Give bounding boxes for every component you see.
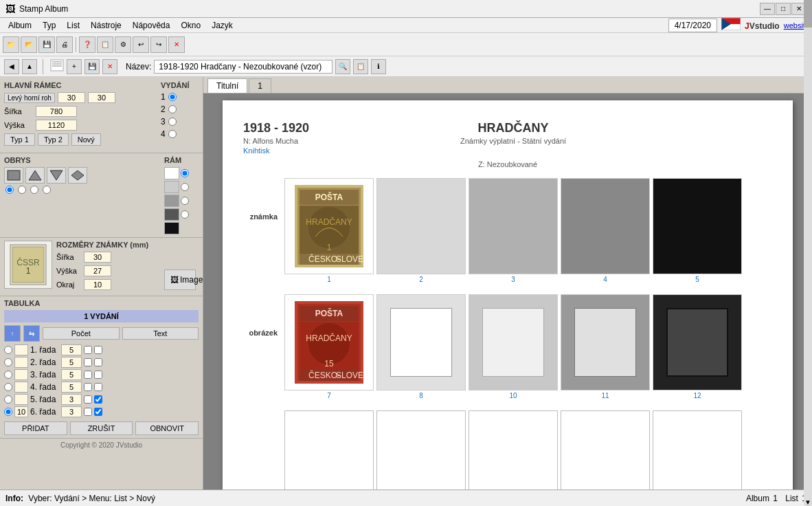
trow-check1-5[interactable]	[84, 395, 92, 404]
tab-1[interactable]: 1	[249, 78, 271, 93]
pridat-btn[interactable]: PŘIDAT	[4, 421, 67, 435]
text-btn[interactable]: Text	[122, 327, 199, 340]
trow-check1-3[interactable]	[84, 371, 92, 379]
menu-typ[interactable]: Typ	[37, 19, 61, 32]
tb-delete-btn[interactable]: ✕	[168, 36, 185, 53]
vydani-radio-2[interactable]	[168, 105, 177, 113]
ram-color-white[interactable]	[164, 167, 179, 179]
tabulka-swap-btn[interactable]: ⇆	[23, 325, 40, 342]
trow-input1-3[interactable]	[14, 369, 28, 380]
trow-num-2[interactable]	[61, 357, 82, 368]
trow-check1-1[interactable]	[84, 346, 92, 354]
trow-num-4[interactable]	[61, 382, 82, 393]
obrys-radio-3[interactable]	[30, 186, 38, 194]
trow-check1-4[interactable]	[84, 383, 92, 391]
rozm-okraj-input[interactable]	[84, 279, 111, 290]
novy-btn[interactable]: Nový	[71, 133, 101, 146]
shape-triangle-btn[interactable]	[25, 167, 45, 184]
search-btn[interactable]: 🔍	[335, 59, 350, 74]
ram-color-lgray[interactable]	[164, 181, 179, 193]
vydani-radio-1[interactable]	[168, 93, 177, 101]
rozm-vyska-input[interactable]	[84, 265, 111, 276]
menu-okno[interactable]: Okno	[175, 19, 206, 32]
obnovit-btn[interactable]: OBNOVIT	[135, 421, 199, 435]
tb-undo-btn[interactable]: ↩	[133, 36, 149, 53]
list-add-btn[interactable]: +	[67, 59, 82, 74]
trow-check1-6[interactable]	[84, 408, 92, 416]
lhr-x-input[interactable]	[58, 92, 85, 103]
ram-radio-mgray[interactable]	[181, 197, 189, 205]
album-area[interactable]: 1918 - 1920 N: Alfons Mucha Knihtisk HRA…	[203, 94, 812, 490]
trow-radio-3[interactable]	[4, 371, 12, 379]
trow-check2-5[interactable]	[94, 395, 102, 404]
trow-radio-1[interactable]	[4, 346, 12, 354]
tb-redo-btn[interactable]: ↪	[150, 36, 167, 53]
tb-new-btn[interactable]: 📁	[3, 36, 19, 53]
minimize-button[interactable]: —	[760, 3, 775, 15]
shape-diamond-btn[interactable]	[68, 167, 87, 184]
trow-check1-2[interactable]	[84, 358, 92, 366]
trow-input1-1[interactable]	[14, 344, 28, 355]
trow-input1-4[interactable]	[14, 382, 28, 393]
vyska-input[interactable]	[36, 120, 77, 131]
menu-nastroje[interactable]: Nástroje	[85, 19, 127, 32]
trow-check2-2[interactable]	[94, 358, 102, 366]
tb-help-btn[interactable]: ❓	[79, 36, 95, 53]
obrys-radio-4[interactable]	[43, 186, 51, 194]
ram-radio-lgray[interactable]	[181, 183, 189, 191]
lhr-y-input[interactable]	[88, 92, 115, 103]
list-save-btn[interactable]: 💾	[84, 59, 100, 74]
trow-num-5[interactable]	[61, 394, 82, 405]
trow-radio-4[interactable]	[4, 383, 12, 391]
list-opt-btn[interactable]: 📋	[353, 59, 368, 74]
shape-triangle-down-btn[interactable]	[47, 167, 66, 184]
trow-check2-3[interactable]	[94, 371, 102, 379]
trow-num-6[interactable]	[61, 406, 82, 417]
pocet-btn[interactable]: Počet	[43, 327, 120, 340]
vydani-radio-4[interactable]	[168, 130, 177, 138]
image-btn[interactable]: 🖼Image	[164, 270, 196, 290]
ram-color-black[interactable]	[164, 222, 179, 234]
menu-album[interactable]: Album	[3, 19, 37, 32]
trow-radio-6[interactable]	[4, 408, 12, 416]
shape-rect-btn[interactable]	[4, 167, 23, 184]
ram-color-mgray[interactable]	[164, 195, 179, 207]
rozm-sirka-input[interactable]	[84, 252, 111, 263]
ram-radio-white[interactable]	[181, 169, 189, 177]
tb-settings-btn[interactable]: ⚙	[115, 36, 131, 53]
vydani-radio-3[interactable]	[168, 118, 177, 126]
menu-list[interactable]: List	[61, 19, 85, 32]
sirka-input[interactable]	[36, 106, 77, 117]
trow-radio-5[interactable]	[4, 395, 12, 404]
menu-jazyk[interactable]: Jazyk	[206, 19, 238, 32]
zrusit-btn[interactable]: ZRUŠIT	[70, 421, 133, 435]
ram-radio-dgray[interactable]	[181, 210, 189, 219]
ram-color-dgray[interactable]	[164, 208, 179, 221]
tb-open-btn[interactable]: 📂	[21, 36, 37, 53]
obrys-radio-1[interactable]	[5, 186, 14, 194]
trow-check2-1[interactable]	[94, 346, 102, 354]
list-info-btn[interactable]: ℹ	[371, 59, 386, 74]
tb-print-btn[interactable]: 🖨	[56, 36, 73, 53]
trow-input1-5[interactable]	[14, 394, 28, 405]
trow-input1-2[interactable]	[14, 357, 28, 368]
nav-up-btn[interactable]: ▲	[22, 59, 37, 74]
menu-napoveda[interactable]: Nápověda	[127, 19, 176, 32]
trow-input1-6[interactable]	[14, 406, 28, 417]
trow-check2-4[interactable]	[94, 383, 102, 391]
typ1-btn[interactable]: Typ 1	[4, 133, 35, 146]
nav-prev-btn[interactable]: ◀	[4, 59, 19, 74]
maximize-button[interactable]: □	[776, 3, 791, 15]
levy-horni-roh-btn[interactable]: Levý horní roh	[4, 93, 55, 103]
list-name-input[interactable]	[154, 60, 332, 74]
typ2-btn[interactable]: Typ 2	[38, 133, 69, 146]
list-delete-btn[interactable]: ✕	[102, 59, 117, 74]
tab-titulni[interactable]: Titulní	[207, 78, 247, 93]
tb-save-btn[interactable]: 💾	[38, 36, 55, 53]
scrollbar-track[interactable]: ▼	[804, 94, 812, 490]
trow-num-1[interactable]	[61, 344, 82, 355]
tabulka-up-btn[interactable]: ↑	[4, 325, 21, 342]
trow-num-3[interactable]	[61, 369, 82, 380]
trow-check2-6[interactable]	[94, 408, 102, 416]
trow-radio-2[interactable]	[4, 358, 12, 366]
